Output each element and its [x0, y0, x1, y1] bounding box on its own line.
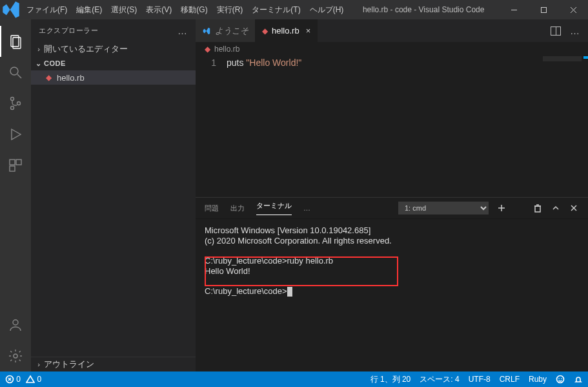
window-title: hello.rb - code - Visual Studio Code [348, 5, 499, 14]
status-encoding[interactable]: UTF-8 [469, 375, 491, 384]
ruby-file-icon: ◆ [262, 26, 268, 36]
menu-terminal[interactable]: ターミナル(T) [247, 5, 305, 16]
minimize-button[interactable] [499, 0, 529, 19]
code-keyword: puts [227, 58, 243, 68]
terminal-cursor [287, 287, 292, 297]
menu-go[interactable]: 移動(G) [176, 5, 212, 16]
menu-edit[interactable]: 編集(E) [72, 5, 106, 16]
tab-welcome[interactable]: ようこそ [196, 19, 256, 42]
extensions-icon[interactable] [0, 150, 31, 181]
svg-point-15 [13, 320, 18, 325]
menu-bar: ファイル(F) 編集(E) 選択(S) 表示(V) 移動(G) 実行(R) ター… [22, 5, 348, 16]
panel-tab-output[interactable]: 出力 [230, 204, 245, 213]
explorer-more-icon[interactable]: … [177, 25, 188, 36]
svg-rect-14 [10, 166, 15, 171]
activity-bar [0, 19, 31, 371]
menu-help[interactable]: ヘルプ(H) [305, 5, 349, 16]
maximize-button[interactable] [529, 0, 558, 19]
status-notifications-icon[interactable] [574, 375, 583, 384]
ruby-file-icon: ◆ [205, 45, 210, 54]
menu-select[interactable]: 選択(S) [106, 5, 141, 16]
status-language[interactable]: Ruby [529, 375, 547, 384]
panel-tab-more[interactable]: … [303, 204, 310, 212]
explorer-icon[interactable] [0, 26, 31, 57]
svg-line-7 [17, 74, 21, 78]
menu-run[interactable]: 実行(R) [212, 5, 248, 16]
svg-point-30 [561, 379, 562, 380]
editor-area: ようこそ ◆ hello.rb × … ◆ hello.rb 1 puts "H… [196, 19, 588, 371]
panel-tab-terminal[interactable]: ターミナル [256, 201, 292, 215]
term-l4: Hello World! [205, 266, 250, 276]
file-label: hello.rb [57, 73, 85, 83]
folder-root[interactable]: ⌄ CODE [31, 56, 196, 70]
run-debug-icon[interactable] [0, 119, 31, 150]
maximize-panel-icon[interactable] [551, 203, 561, 213]
svg-point-28 [557, 376, 564, 383]
open-editors-section[interactable]: › 開いているエディター [31, 42, 196, 56]
split-terminal-icon[interactable] [514, 203, 525, 213]
terminal-body[interactable]: Microsoft Windows [Version 10.0.19042.68… [196, 219, 588, 371]
tab-label: ようこそ [215, 25, 248, 37]
svg-point-29 [558, 379, 560, 380]
chevron-right-icon: › [34, 45, 44, 53]
breadcrumb[interactable]: ◆ hello.rb [196, 42, 588, 56]
svg-rect-13 [16, 160, 21, 165]
delete-terminal-icon[interactable] [532, 203, 543, 213]
explorer-sidebar: エクスプローラー … › 開いているエディター ⌄ CODE ◆ hello.r… [31, 19, 196, 371]
menu-file[interactable]: ファイル(F) [22, 5, 72, 16]
panel-tab-problems[interactable]: 問題 [205, 204, 219, 213]
new-terminal-icon[interactable] [496, 203, 507, 213]
tab-hello-rb[interactable]: ◆ hello.rb × [256, 19, 318, 42]
code-string: "Hello World!" [246, 58, 301, 68]
minimap[interactable] [543, 56, 582, 61]
term-l3: C:\ruby_lecture\code>ruby hello.rb [205, 256, 333, 266]
file-hello-rb[interactable]: ◆ hello.rb [31, 70, 196, 85]
title-bar: ファイル(F) 編集(E) 選択(S) 表示(V) 移動(G) 実行(R) ター… [0, 0, 588, 19]
outline-label: アウトライン [44, 359, 94, 370]
svg-point-8 [11, 98, 14, 101]
terminal-select[interactable]: 1: cmd [398, 202, 489, 214]
editor-tabs: ようこそ ◆ hello.rb × … [196, 19, 588, 42]
status-errors[interactable]: 0 [5, 375, 21, 384]
folder-root-label: CODE [44, 59, 66, 67]
search-icon[interactable] [0, 57, 31, 88]
status-eol[interactable]: CRLF [500, 375, 520, 384]
svg-point-9 [11, 107, 14, 110]
vscode-logo-icon [0, 0, 22, 21]
settings-gear-icon[interactable] [0, 340, 31, 371]
line-number: 1 [196, 56, 227, 197]
svg-rect-12 [10, 160, 15, 165]
status-cursor-pos[interactable]: 行 1、列 20 [370, 374, 411, 385]
account-icon[interactable] [0, 309, 31, 340]
status-feedback-icon[interactable] [556, 375, 565, 384]
svg-point-6 [10, 67, 18, 75]
svg-marker-27 [26, 376, 34, 382]
code-editor[interactable]: 1 puts "Hello World!" [196, 56, 588, 197]
term-l1: Microsoft Windows [Version 10.0.19042.68… [205, 225, 370, 235]
vscode-icon [202, 26, 211, 36]
overview-ruler [583, 56, 588, 59]
svg-rect-19 [535, 206, 540, 212]
term-l5: C:\ruby_lecture\code> [205, 286, 287, 296]
status-indent[interactable]: スペース: 4 [420, 374, 459, 385]
chevron-down-icon: ⌄ [34, 59, 44, 68]
close-tab-icon[interactable]: × [306, 26, 311, 36]
menu-view[interactable]: 表示(V) [141, 5, 176, 16]
svg-point-10 [17, 102, 21, 105]
ruby-file-icon: ◆ [44, 73, 53, 82]
svg-rect-1 [541, 7, 546, 12]
svg-marker-11 [12, 129, 21, 140]
close-button[interactable] [558, 0, 588, 19]
explorer-title: エクスプローラー [39, 26, 98, 36]
chevron-right-icon: › [34, 361, 44, 368]
term-l2: (c) 2020 Microsoft Corporation. All righ… [205, 236, 392, 246]
status-warnings[interactable]: 0 [26, 375, 41, 384]
split-editor-icon[interactable] [551, 26, 561, 36]
svg-point-16 [14, 354, 17, 358]
status-bar: 0 0 行 1、列 20 スペース: 4 UTF-8 CRLF Ruby [0, 371, 588, 387]
close-panel-icon[interactable] [569, 203, 579, 213]
bottom-panel: 問題 出力 ターミナル … 1: cmd Microsoft Windows [… [196, 197, 588, 371]
editor-more-icon[interactable]: … [570, 25, 580, 36]
outline-section[interactable]: › アウトライン [31, 357, 196, 371]
source-control-icon[interactable] [0, 88, 31, 119]
